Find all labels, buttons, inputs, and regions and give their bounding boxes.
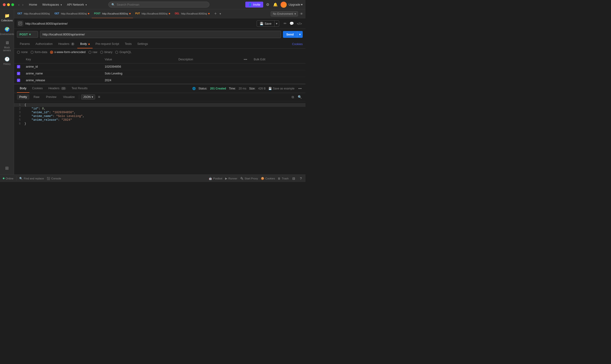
radio-none[interactable]: none xyxy=(17,51,28,54)
value-cell-3[interactable]: 2024 xyxy=(102,77,176,84)
tab-method-post-3: POST xyxy=(94,12,100,15)
runner-button[interactable]: ▶ Runner xyxy=(225,177,237,180)
tab-headers[interactable]: Headers 8 xyxy=(55,40,77,48)
home-link[interactable]: Home xyxy=(27,2,40,7)
save-dropdown-button[interactable]: ▾ xyxy=(275,21,279,26)
pretty-tab-visualize[interactable]: Visualize xyxy=(61,94,77,100)
close-button[interactable] xyxy=(3,3,6,6)
notifications-button[interactable]: 🔔 xyxy=(272,1,279,8)
filter-button[interactable]: ≡ xyxy=(97,94,101,100)
key-cell-3[interactable]: anime_release xyxy=(23,77,102,84)
nav-arrows: ‹ › xyxy=(17,2,24,7)
api-network-link[interactable]: API Network ▾ xyxy=(65,2,89,7)
add-tab-button[interactable]: + xyxy=(213,11,218,16)
headers-response-badge: 10 xyxy=(61,87,66,90)
upgrade-button[interactable]: Upgrade ▾ xyxy=(289,3,303,6)
tab-settings[interactable]: Settings xyxy=(134,40,151,48)
invite-button[interactable]: 👤 Invite xyxy=(245,2,263,8)
trash-button[interactable]: 🗑 Trash xyxy=(278,177,289,180)
comment-icon-button[interactable]: 💬 xyxy=(289,21,295,26)
tabs-actions: + ▾ xyxy=(213,11,223,16)
search-bar[interactable]: 🔍 xyxy=(108,2,209,8)
tab-get-1[interactable]: GET http://localhost:8000/aj xyxy=(15,9,52,18)
environment-select[interactable]: No Environment ▾ xyxy=(271,11,298,16)
radio-form-data[interactable]: form-data xyxy=(30,51,47,54)
more-tabs-button[interactable]: ▾ xyxy=(218,12,223,15)
code-icon-button[interactable]: </> xyxy=(296,21,303,26)
avatar[interactable] xyxy=(280,2,287,8)
value-cell-1[interactable]: 1020394856 xyxy=(102,64,176,70)
url-input[interactable] xyxy=(40,31,281,38)
tab-post-3[interactable]: POST http://localhost:8000/aj xyxy=(92,9,133,18)
start-proxy-button[interactable]: 🔌 Start Proxy xyxy=(240,177,258,180)
settings-button[interactable]: ⚙ xyxy=(265,1,270,8)
cookies-status-button[interactable]: 🍪 Cookies xyxy=(261,177,275,180)
maximize-button[interactable] xyxy=(11,3,14,6)
radio-binary[interactable]: binary xyxy=(100,51,112,54)
response-more-button[interactable]: ••• xyxy=(297,87,303,91)
postbot-icon: 🤖 xyxy=(209,177,212,180)
bulk-edit-button[interactable]: Bulk Edit xyxy=(254,58,265,61)
method-select[interactable]: POST ▾ xyxy=(17,31,38,38)
checkbox-row-2[interactable]: ✓ xyxy=(17,72,20,75)
find-replace-button[interactable]: 🔍 Find and replace xyxy=(19,177,44,180)
value-cell-2[interactable]: Solo Leveling xyxy=(102,70,176,77)
console-icon: ⬛ xyxy=(47,177,50,180)
key-cell-2[interactable]: anime_name xyxy=(23,70,102,77)
minimize-button[interactable] xyxy=(7,3,10,6)
titlebar: ‹ › Home Workspaces ▾ API Network ▾ 🔍 👤 … xyxy=(0,0,306,9)
search-response-button[interactable]: 🔍 xyxy=(297,95,303,100)
tab-tests[interactable]: Tests xyxy=(122,40,134,48)
copy-response-button[interactable]: ⧉ xyxy=(291,95,295,100)
sidebar-item-grid[interactable]: ⊞ xyxy=(1,164,13,173)
sidebar-item-collections[interactable]: 📁 Collections xyxy=(1,11,13,24)
radio-graphql[interactable]: GraphQL xyxy=(115,51,131,54)
cookies-link[interactable]: Cookies xyxy=(292,42,303,46)
response-tab-cookies[interactable]: Cookies xyxy=(29,84,46,93)
tab-authorization[interactable]: Authorization xyxy=(33,40,55,48)
help-button[interactable]: ? xyxy=(299,176,303,181)
search-input[interactable] xyxy=(117,3,206,6)
pretty-tab-raw[interactable]: Raw xyxy=(31,94,42,100)
key-cell-1[interactable]: anime_id xyxy=(23,64,102,70)
desc-cell-1[interactable] xyxy=(175,64,240,70)
desc-cell-3[interactable] xyxy=(175,77,240,84)
save-example-icon: 💾 xyxy=(268,87,272,90)
tab-pre-request[interactable]: Pre-request Script xyxy=(93,40,122,48)
tab-method-get-1: GET xyxy=(17,12,22,15)
layout-button[interactable]: ⊟ xyxy=(292,176,296,181)
response-tab-test-results[interactable]: Test Results xyxy=(69,84,91,93)
send-dropdown-button[interactable]: ▾ xyxy=(297,31,303,38)
tab-del-5[interactable]: DEL http://localhost:8000/aj xyxy=(173,9,212,18)
forward-button[interactable]: › xyxy=(21,2,25,7)
checkbox-row-3[interactable]: ✓ xyxy=(17,79,20,82)
tab-body[interactable]: Body xyxy=(77,40,93,48)
postbot-button[interactable]: 🤖 Postbot xyxy=(209,177,222,180)
pretty-tab-pretty[interactable]: Pretty xyxy=(17,94,29,100)
response-tab-headers[interactable]: Headers 10 xyxy=(46,84,69,93)
format-select[interactable]: JSON ▾ xyxy=(81,94,95,100)
online-status[interactable]: Online xyxy=(3,177,13,180)
workspaces-link[interactable]: Workspaces ▾ xyxy=(40,2,64,7)
tab-params[interactable]: Params xyxy=(17,40,33,48)
console-button[interactable]: ⬛ Console xyxy=(47,177,61,180)
desc-cell-2[interactable] xyxy=(175,70,240,77)
sidebar-item-environments[interactable]: 🌍 Environments xyxy=(1,25,13,38)
more-options-button[interactable]: ••• xyxy=(243,58,248,61)
response-tab-body[interactable]: Body xyxy=(17,84,29,93)
radio-x-www[interactable]: x-www-form-urlencoded xyxy=(50,51,86,54)
save-main-button[interactable]: 💾 Save xyxy=(257,21,275,26)
sidebar-item-mock-servers[interactable]: 🖥 Mock servers xyxy=(1,39,13,54)
checkbox-row-1[interactable]: ✓ xyxy=(17,65,20,68)
send-main-button[interactable]: Send xyxy=(283,31,297,38)
tab-get-2[interactable]: GET http://localhost:8000/aj xyxy=(52,9,92,18)
save-example-button[interactable]: 💾 Save as example xyxy=(268,87,294,90)
tab-dot-5 xyxy=(208,13,210,14)
sidebar-item-history[interactable]: 🕐 History xyxy=(1,55,13,67)
edit-icon-button[interactable]: ✏ xyxy=(283,21,287,26)
radio-raw[interactable]: raw xyxy=(88,51,97,54)
back-button[interactable]: ‹ xyxy=(17,2,20,7)
tab-put-4[interactable]: PUT http://localhost:8000/aj xyxy=(133,9,173,18)
env-settings-button[interactable]: 👁 xyxy=(299,12,304,16)
pretty-tab-preview[interactable]: Preview xyxy=(44,94,59,100)
